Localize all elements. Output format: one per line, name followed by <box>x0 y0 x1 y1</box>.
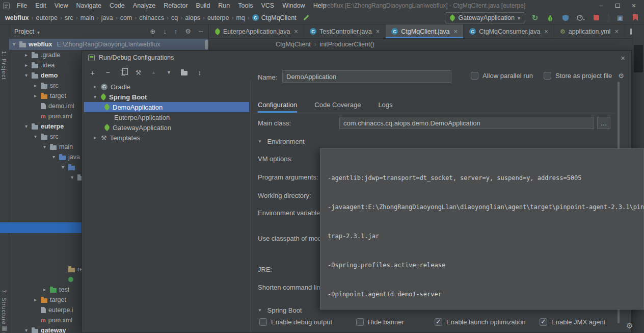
inspections-icon[interactable] <box>304 15 309 20</box>
copy-configuration-icon[interactable] <box>120 70 126 75</box>
sort-configurations-icon[interactable] <box>196 69 203 76</box>
spring-boot-section-header[interactable]: Spring Boot <box>258 306 302 314</box>
move-down-icon[interactable] <box>166 70 172 75</box>
store-options-gear-icon[interactable] <box>618 72 624 80</box>
rerun-button[interactable] <box>529 12 541 23</box>
breadcrumb-method[interactable]: initProducerClient() <box>320 41 374 48</box>
chevron-down-icon[interactable] <box>42 142 47 152</box>
nav-crumb-mq[interactable]: mq <box>236 14 245 21</box>
settings-gear-icon[interactable] <box>626 321 633 330</box>
nav-crumb-euterpe[interactable]: euterpe <box>36 14 58 21</box>
close-tab-icon[interactable] <box>613 28 619 35</box>
vm-options-popup[interactable]: -agentlib:jdwp=transport=dt_socket, serv… <box>320 148 644 310</box>
tab-ctg-mq-client[interactable]: CtgMqClient.java <box>386 24 464 38</box>
bookmark-button[interactable] <box>630 12 641 23</box>
main-class-input[interactable]: com.chinaccs.cq.aiops.demo.DemoApplicati… <box>339 117 594 129</box>
nav-crumb-java[interactable]: java <box>101 14 113 21</box>
nav-crumb-main[interactable]: main <box>81 14 94 21</box>
tab-logs[interactable]: Logs <box>378 99 392 113</box>
new-folder-icon[interactable] <box>181 70 187 75</box>
store-as-project-file-checkbox[interactable] <box>544 72 551 80</box>
edit-templates-icon[interactable] <box>135 69 142 76</box>
config-type-spring-boot[interactable]: Spring Boot <box>84 92 249 102</box>
maximize-button[interactable] <box>609 0 626 11</box>
add-configuration-icon[interactable] <box>89 68 96 77</box>
config-euterpe-application[interactable]: EuterpeApplication <box>84 112 249 122</box>
stripe-structure-button[interactable]: 7: Structure <box>1 290 7 325</box>
menu-navigate[interactable]: Navigate <box>72 0 105 11</box>
chevron-right-icon[interactable] <box>42 285 47 295</box>
nav-crumb-com[interactable]: com <box>120 14 132 21</box>
nav-crumb-src[interactable]: src <box>65 14 73 21</box>
close-tab-icon[interactable] <box>375 28 380 35</box>
menu-window[interactable]: Window <box>278 0 309 11</box>
minimize-button[interactable] <box>593 0 609 11</box>
tab-application-yml[interactable]: application.yml <box>554 24 625 38</box>
remove-configuration-icon[interactable] <box>104 68 111 76</box>
chevron-right-icon[interactable] <box>33 91 38 101</box>
tab-code-coverage[interactable]: Code Coverage <box>314 99 361 113</box>
menu-file[interactable]: File <box>13 0 31 11</box>
debug-button[interactable] <box>545 12 556 23</box>
menu-edit[interactable]: Edit <box>31 0 50 11</box>
enable-launch-optimization-checkbox[interactable] <box>435 318 442 326</box>
chevron-down-icon[interactable] <box>23 70 29 81</box>
chevron-right-icon[interactable] <box>92 133 98 143</box>
expand-icon[interactable] <box>163 24 167 39</box>
menu-run[interactable]: Run <box>214 0 234 11</box>
editor-scrollbar-thumb[interactable] <box>634 45 643 72</box>
nav-crumb-euterpe2[interactable]: euterpe <box>207 14 229 21</box>
profiler-button[interactable] <box>575 12 586 23</box>
chevron-down-icon[interactable] <box>69 172 75 183</box>
stripe-project-button[interactable]: 1: Project <box>1 51 7 80</box>
menu-view[interactable]: View <box>50 0 72 11</box>
menu-tools[interactable]: Tools <box>234 0 257 11</box>
stop-button[interactable] <box>591 12 602 23</box>
tab-configuration[interactable]: Configuration <box>258 99 297 113</box>
chevron-down-icon[interactable] <box>92 92 98 102</box>
chevron-right-icon[interactable] <box>23 60 29 70</box>
nav-crumb-webflux[interactable]: webflux <box>5 14 29 21</box>
allow-parallel-run-checkbox[interactable] <box>471 72 478 80</box>
config-gateway-application[interactable]: GatewayApplication <box>84 122 249 133</box>
environment-section-header[interactable]: Environment <box>258 138 305 145</box>
close-tab-icon[interactable] <box>453 28 458 35</box>
project-scrollbar-thumb[interactable] <box>205 40 208 49</box>
chevron-down-icon[interactable] <box>60 162 66 172</box>
name-input[interactable]: DemoApplication <box>282 70 451 83</box>
menu-vcs[interactable]: VCS <box>257 0 278 11</box>
chevron-down-icon[interactable] <box>23 325 29 333</box>
tab-ctg-mq-consumer[interactable]: CtgMqConsumer.java <box>464 24 554 38</box>
chevron-right-icon[interactable] <box>92 82 98 92</box>
browse-main-class-button[interactable]: … <box>597 117 610 129</box>
tab-euterpe-application[interactable]: EuterpeApplication.java <box>209 24 304 38</box>
close-tab-icon[interactable] <box>543 28 548 35</box>
nav-crumb-cq[interactable]: cq <box>171 14 178 21</box>
hide-panel-icon[interactable] <box>199 24 203 39</box>
close-button[interactable] <box>626 0 642 11</box>
chevron-right-icon[interactable] <box>33 81 38 91</box>
project-panel-title[interactable]: Project <box>14 28 34 35</box>
tool-window-switcher-icon[interactable] <box>2 324 7 331</box>
chevron-down-icon[interactable] <box>37 28 40 36</box>
close-tab-icon[interactable] <box>293 28 298 35</box>
breadcrumb-class[interactable]: CtgMqClient <box>276 41 311 48</box>
enable-jmx-agent-checkbox[interactable] <box>540 318 547 326</box>
layout-button[interactable] <box>614 12 626 23</box>
menu-code[interactable]: Code <box>105 0 129 11</box>
menu-build[interactable]: Build <box>192 0 214 11</box>
enable-debug-output-checkbox[interactable] <box>259 318 267 326</box>
run-configuration-select[interactable]: GatewayApplication <box>445 12 525 23</box>
nav-crumb-aiops[interactable]: aiops <box>185 14 200 21</box>
menu-refactor[interactable]: Refactor <box>159 0 192 11</box>
chevron-down-icon[interactable] <box>51 152 57 162</box>
chevron-down-icon[interactable] <box>23 121 29 132</box>
chevron-down-icon[interactable] <box>11 39 17 49</box>
project-root-row[interactable]: webflux E:\ZhongRangDiaoyongLlan\webflux <box>9 39 208 50</box>
run-with-coverage-button[interactable] <box>560 12 571 23</box>
config-templates[interactable]: Templates <box>84 133 249 143</box>
dialog-close-icon[interactable] <box>621 54 625 62</box>
menu-analyze[interactable]: Analyze <box>129 0 159 11</box>
nav-crumb-class[interactable]: CtgMqClient <box>252 14 297 21</box>
locate-file-icon[interactable] <box>150 24 155 39</box>
